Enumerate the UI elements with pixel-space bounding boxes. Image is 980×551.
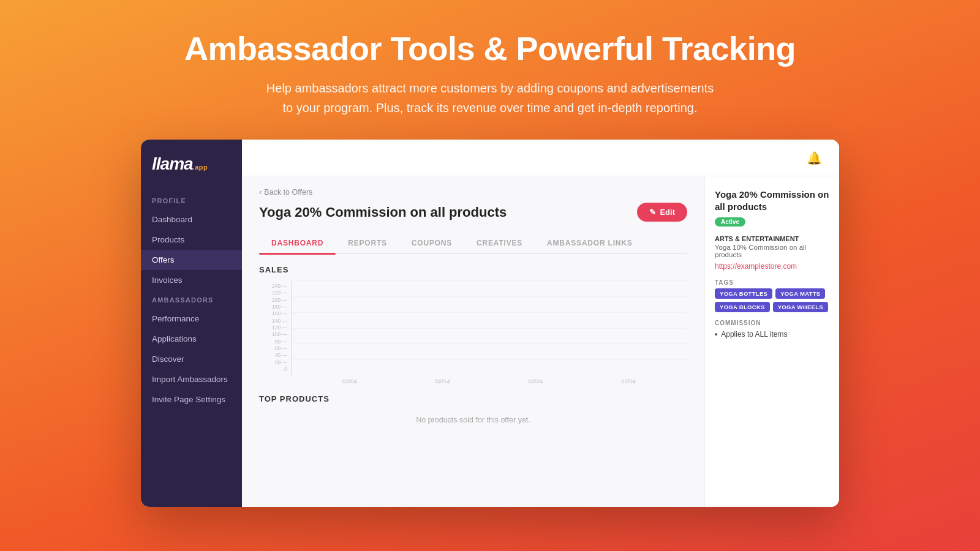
- y-label-20: 20 —: [275, 359, 287, 365]
- sidebar: llama.app PROFILE Dashboard Products Off…: [141, 140, 242, 507]
- top-products-section: TOP PRODUCTS No products sold for this o…: [259, 394, 687, 430]
- chevron-left-icon: ‹: [259, 187, 262, 197]
- edit-button[interactable]: ✎ Edit: [637, 203, 687, 222]
- hero-section: Ambassador Tools & Powerful Tracking Hel…: [0, 0, 980, 140]
- page-main: ‹ Back to Offers Yoga 20% Commission on …: [242, 176, 704, 507]
- sales-section: SALES 240 — 220 — 200 — 180 — 160 — 140 …: [259, 265, 687, 384]
- tag-yoga-wheels: YOGA WHEELS: [773, 302, 828, 312]
- logo: llama.app: [141, 154, 242, 191]
- sidebar-item-offers[interactable]: Offers: [141, 250, 242, 270]
- right-panel: Yoga 20% Commission on all products Acti…: [704, 176, 839, 507]
- sales-title: SALES: [259, 265, 687, 274]
- sidebar-item-invite-page-settings[interactable]: Invite Page Settings: [141, 389, 242, 410]
- logo-text: llama: [152, 154, 193, 173]
- sidebar-item-invoices[interactable]: Invoices: [141, 270, 242, 290]
- x-label-0214: 02/14: [422, 378, 464, 384]
- rp-commission-item: • Applies to ALL items: [715, 330, 829, 339]
- x-label-0204: 02/04: [329, 378, 371, 384]
- rp-offer-title: Yoga 20% Commission on all products: [715, 189, 829, 214]
- y-label-0: 0: [284, 366, 287, 372]
- active-badge: Active: [715, 217, 745, 227]
- top-products-title: TOP PRODUCTS: [259, 394, 687, 403]
- y-label-100: 100 —: [272, 331, 287, 337]
- sidebar-section-ambassadors: AMBASSADORS: [141, 296, 242, 309]
- rp-store-link[interactable]: https://examplestore.com: [715, 262, 829, 271]
- x-label-0224: 02/24: [514, 378, 556, 384]
- y-label-40: 40 —: [275, 352, 287, 358]
- y-label-180: 180 —: [272, 304, 287, 310]
- page-body: ‹ Back to Offers Yoga 20% Commission on …: [242, 176, 839, 507]
- tabs-bar: DASHBOARD REPORTS COUPONS CREATIVES AMBA…: [259, 233, 687, 254]
- bell-icon[interactable]: 🔔: [807, 151, 822, 165]
- tab-creatives[interactable]: CREATIVES: [464, 233, 535, 253]
- sidebar-item-performance[interactable]: Performance: [141, 309, 242, 329]
- tab-ambassador-links[interactable]: AMBASSADOR LINKS: [535, 233, 644, 253]
- tag-yoga-blocks: YOGA BLOCKS: [715, 302, 770, 312]
- y-label-80: 80 —: [275, 339, 287, 345]
- tag-yoga-matts: YOGA MATTS: [775, 288, 825, 299]
- tab-dashboard[interactable]: DASHBOARD: [259, 233, 336, 253]
- hero-description: Help ambassadors attract more customers …: [12, 78, 968, 118]
- y-label-220: 220 —: [272, 290, 287, 296]
- sidebar-item-products[interactable]: Products: [141, 230, 242, 250]
- main-content: 🔔 ‹ Back to Offers Yoga 20% Commission o…: [242, 140, 839, 507]
- sidebar-item-discover[interactable]: Discover: [141, 349, 242, 369]
- rp-commission-label: COMMISSION: [715, 320, 829, 326]
- y-label-160: 160 —: [272, 310, 287, 317]
- sidebar-item-dashboard[interactable]: Dashboard: [141, 209, 242, 230]
- page-title: Yoga 20% Commission on all products: [259, 204, 507, 220]
- page-header: Yoga 20% Commission on all products ✎ Ed…: [259, 203, 687, 222]
- back-link[interactable]: ‹ Back to Offers: [259, 187, 687, 197]
- rp-category-sub: Yoga 10% Commission on all products: [715, 244, 829, 258]
- sidebar-item-applications[interactable]: Applications: [141, 329, 242, 349]
- tab-reports[interactable]: REPORTS: [336, 233, 399, 253]
- y-label-60: 60 —: [275, 345, 287, 351]
- tab-coupons[interactable]: COUPONS: [399, 233, 464, 253]
- app-window: llama.app PROFILE Dashboard Products Off…: [141, 140, 839, 507]
- y-label-240: 240 —: [272, 283, 287, 289]
- edit-icon: ✎: [649, 208, 656, 217]
- rp-category-label: ARTS & ENTERTAINMENT: [715, 235, 829, 242]
- y-label-140: 140 —: [272, 318, 287, 324]
- no-products-message: No products sold for this offer yet.: [259, 410, 687, 430]
- topbar: 🔔: [242, 140, 839, 176]
- y-label-120: 120 —: [272, 324, 287, 331]
- tags-container: YOGA BOTTLES YOGA MATTS YOGA BLOCKS YOGA…: [715, 288, 829, 312]
- rp-tags-label: TAGS: [715, 279, 829, 286]
- tag-yoga-bottles: YOGA BOTTLES: [715, 288, 772, 299]
- x-label-0304: 03/04: [608, 378, 649, 384]
- sidebar-section-profile: PROFILE: [141, 197, 242, 209]
- bullet-icon: •: [715, 330, 717, 339]
- hero-title: Ambassador Tools & Powerful Tracking: [12, 29, 968, 67]
- sidebar-item-import-ambassadors[interactable]: Import Ambassadors: [141, 369, 242, 389]
- y-label-200: 200 —: [272, 297, 287, 303]
